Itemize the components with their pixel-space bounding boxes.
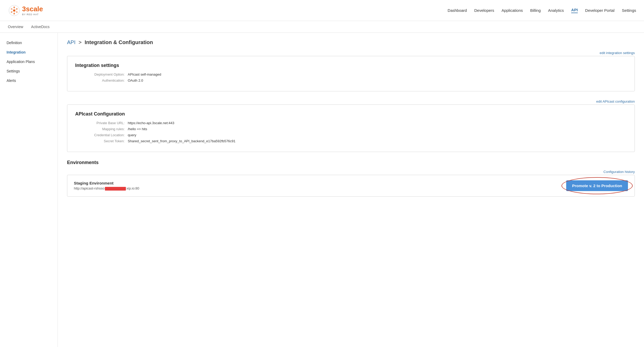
nav-settings[interactable]: Settings: [622, 8, 636, 13]
staging-url-suffix: xip.io:80: [126, 186, 139, 190]
sidebar-item-settings[interactable]: Settings: [0, 66, 58, 76]
authentication-label: Authentication:: [75, 78, 128, 82]
promote-button[interactable]: Promote v. 2 to Production: [566, 180, 628, 191]
private-base-url-value: https://echo-api.3scale.net:443: [128, 121, 174, 125]
staging-url-prefix: http://apicast-rshsso: [74, 186, 104, 190]
sidebar-item-definition[interactable]: Definition: [0, 38, 58, 48]
nav-developers[interactable]: Developers: [474, 8, 494, 13]
config-history-link[interactable]: Configuration history: [604, 170, 635, 174]
apicast-config-title: APIcast Configuration: [75, 111, 627, 117]
staging-env-name: Staging Environment: [74, 181, 139, 185]
logo: 3scale BY RED HAT: [8, 4, 43, 17]
top-nav: 3scale BY RED HAT Dashboard Developers A…: [0, 0, 644, 21]
nav-dashboard[interactable]: Dashboard: [448, 8, 467, 13]
sub-nav: Overview ActiveDocs: [0, 21, 644, 33]
integration-settings-row-0: Deployment Option: APIcast self-managed: [75, 72, 627, 76]
nav-links: Dashboard Developers Applications Billin…: [448, 8, 636, 13]
authentication-value: OAuth 2.0: [128, 78, 143, 82]
sidebar: Definition Integration Application Plans…: [0, 33, 58, 347]
staging-env-info: Staging Environment http://apicast-rshss…: [74, 181, 139, 191]
breadcrumb-api-link[interactable]: API: [67, 39, 75, 45]
nav-api[interactable]: API: [571, 8, 578, 13]
nav-billing[interactable]: Billing: [530, 8, 541, 13]
private-base-url-label: Private Base URL:: [75, 121, 128, 125]
integration-settings-row-1: Authentication: OAuth 2.0: [75, 78, 627, 82]
credential-location-value: query: [128, 133, 136, 137]
mapping-rules-label: Mapping rules:: [75, 127, 128, 131]
secret-token-label: Secret Token:: [75, 139, 128, 143]
deployment-option-label: Deployment Option:: [75, 72, 128, 76]
subnav-overview[interactable]: Overview: [8, 25, 23, 29]
promote-wrapper: Promote v. 2 to Production: [566, 180, 628, 191]
apicast-row-0: Private Base URL: https://echo-api.3scal…: [75, 121, 627, 125]
breadcrumb: API > Integration & Configuration: [67, 39, 635, 45]
apicast-config-card: APIcast Configuration Private Base URL: …: [67, 104, 635, 152]
nav-analytics[interactable]: Analytics: [548, 8, 564, 13]
integration-settings-title: Integration settings: [75, 63, 627, 68]
environments-section: Environments Configuration history Stagi…: [67, 160, 635, 197]
deployment-option-value: APIcast self-managed: [128, 72, 161, 76]
apicast-row-2: Credential Location: query: [75, 133, 627, 137]
main-layout: Definition Integration Application Plans…: [0, 33, 644, 347]
edit-apicast-link-wrapper: edit APIcast configuration: [67, 99, 635, 103]
mapping-rules-value: /hello => hits: [128, 127, 147, 131]
nav-developer-portal[interactable]: Developer Portal: [585, 8, 615, 13]
breadcrumb-current: Integration & Configuration: [85, 39, 153, 45]
sidebar-item-alerts[interactable]: Alerts: [0, 76, 58, 85]
edit-integration-settings-link-wrapper: edit integration settings: [67, 51, 635, 55]
subnav-activedocs[interactable]: ActiveDocs: [31, 25, 49, 29]
apicast-row-3: Secret Token: Shared_secret_sent_from_pr…: [75, 139, 627, 143]
environments-title: Environments: [67, 160, 635, 165]
credential-location-label: Credential Location:: [75, 133, 128, 137]
apicast-row-1: Mapping rules: /hello => hits: [75, 127, 627, 131]
sidebar-item-integration[interactable]: Integration: [0, 48, 58, 57]
secret-token-value: Shared_secret_sent_from_proxy_to_API_bac…: [128, 139, 236, 143]
logo-text: 3scale BY RED HAT: [22, 5, 43, 16]
nav-applications[interactable]: Applications: [502, 8, 523, 13]
config-history-link-wrapper: Configuration history: [67, 170, 635, 174]
staging-url-redacted: [105, 187, 126, 191]
apicast-config-container: edit APIcast configuration APIcast Confi…: [67, 99, 635, 152]
sidebar-item-application-plans[interactable]: Application Plans: [0, 57, 58, 66]
logo-icon: [8, 4, 21, 17]
breadcrumb-separator: >: [79, 39, 82, 45]
edit-apicast-link[interactable]: edit APIcast configuration: [596, 99, 635, 103]
edit-integration-settings-link[interactable]: edit integration settings: [600, 51, 635, 55]
staging-env-card: Staging Environment http://apicast-rshss…: [67, 175, 635, 197]
integration-settings-container: edit integration settings Integration se…: [67, 51, 635, 91]
integration-settings-card: Integration settings Deployment Option: …: [67, 56, 635, 91]
staging-env-url: http://apicast-rshssoxip.io:80: [74, 186, 139, 191]
main-content: API > Integration & Configuration edit i…: [58, 33, 644, 347]
